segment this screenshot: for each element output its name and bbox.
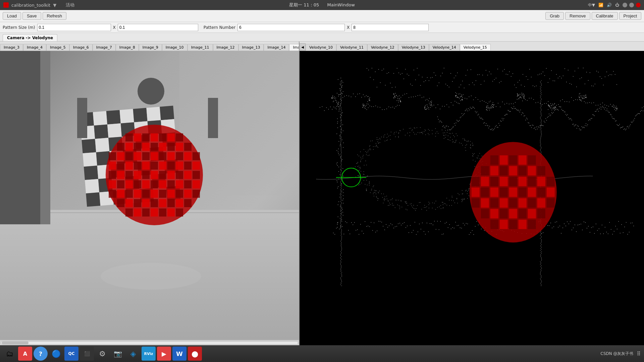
tab-image4[interactable]: Image_4 bbox=[23, 44, 46, 51]
store-icon[interactable]: A bbox=[18, 347, 32, 361]
camera-velodyne-tab[interactable]: Camera -> Velodyne bbox=[3, 34, 57, 41]
tab-image12[interactable]: Image_12 bbox=[213, 44, 238, 51]
main-content: Image_3 Image_4 Image_5 Image_6 Image_7 … bbox=[0, 42, 644, 345]
tab-image8[interactable]: Image_8 bbox=[116, 44, 139, 51]
pattern-size-input2[interactable] bbox=[118, 24, 198, 31]
grid-icon[interactable]: ⠿ bbox=[637, 351, 641, 357]
qc-icon[interactable]: QC bbox=[64, 347, 78, 361]
dropdown-indicator: ▼ bbox=[53, 3, 56, 8]
minimize-button[interactable] bbox=[623, 3, 627, 7]
window-controls bbox=[623, 3, 641, 7]
lidar-view bbox=[300, 51, 644, 345]
lidar-panel: ◀ Velodyne_10 Velodyne_11 Velodyne_12 Ve… bbox=[300, 42, 644, 345]
app-title: calibration_toolkit bbox=[11, 3, 50, 8]
velodyne-tabs-scroll-left[interactable]: ◀ bbox=[300, 43, 306, 51]
maximize-button[interactable] bbox=[629, 3, 634, 7]
vscode-icon[interactable]: ◈ bbox=[126, 347, 140, 361]
tab-image9[interactable]: Image_9 bbox=[139, 44, 162, 51]
tab-image10[interactable]: Image_10 bbox=[162, 44, 187, 51]
tab-velodyne12[interactable]: Velodyne_12 bbox=[367, 44, 398, 51]
arrow-app-icon[interactable]: ▶ bbox=[157, 347, 171, 361]
close-button[interactable] bbox=[636, 3, 641, 7]
camera-view bbox=[0, 51, 299, 340]
titlebar-left: calibration_toolkit ▼ 活动 bbox=[3, 2, 74, 8]
tab-velodyne11[interactable]: Velodyne_11 bbox=[336, 44, 367, 51]
taskbar-right: CSDN @灰灰子书 ⠿ bbox=[600, 351, 641, 357]
input-method[interactable]: 中▼ bbox=[588, 2, 595, 8]
power-icon: ⏻ bbox=[615, 3, 619, 7]
settings-icon[interactable]: ⚙ bbox=[95, 347, 109, 361]
tab-velodyne14[interactable]: Velodyne_14 bbox=[429, 44, 460, 51]
remove-button[interactable]: Remove bbox=[565, 12, 590, 20]
datetime: 星期一 11：05 bbox=[289, 2, 319, 7]
tab-image15[interactable]: Image_15 bbox=[289, 44, 299, 51]
camera-canvas bbox=[0, 51, 299, 340]
pattern-number-input2[interactable] bbox=[352, 24, 429, 31]
tab-velodyne15[interactable]: Velodyne_15 bbox=[460, 44, 491, 51]
params-row: Pattern Size (m) X Pattern Number X bbox=[0, 22, 644, 33]
camera-app-icon[interactable]: 📷 bbox=[111, 347, 125, 361]
pattern-size-x: X bbox=[113, 25, 116, 30]
help-icon[interactable]: ? bbox=[34, 347, 48, 361]
custom-red-icon[interactable]: ⬤ bbox=[188, 347, 202, 361]
volume-icon: 🔊 bbox=[607, 3, 612, 7]
tab-image13[interactable]: Image_13 bbox=[238, 44, 264, 51]
velodyne-tabs: ◀ Velodyne_10 Velodyne_11 Velodyne_12 Ve… bbox=[300, 42, 644, 51]
titlebar-right: 中▼ 📶 🔊 ⏻ bbox=[588, 2, 641, 8]
rviz-icon[interactable]: RViz bbox=[142, 347, 156, 361]
hscroll-thumb[interactable] bbox=[2, 342, 29, 344]
tab-image3[interactable]: Image_3 bbox=[0, 44, 23, 51]
pattern-number-label: Pattern Number bbox=[204, 25, 235, 30]
tab-image14[interactable]: Image_14 bbox=[264, 44, 289, 51]
save-button[interactable]: Save bbox=[22, 12, 41, 20]
image-tabs: Image_3 Image_4 Image_5 Image_6 Image_7 … bbox=[0, 42, 299, 51]
taskbar: 🗂 A ? 🔵 QC ⬛ ⚙ 📷 ◈ RViz ▶ W ⬤ CSDN @灰灰子书… bbox=[0, 345, 644, 362]
csdn-label: CSDN @灰灰子书 bbox=[600, 351, 633, 357]
source-tab-bar: Camera -> Velodyne bbox=[0, 33, 644, 42]
wps-icon[interactable]: W bbox=[172, 347, 186, 361]
tab-velodyne10[interactable]: Velodyne_10 bbox=[306, 44, 336, 51]
chrome-icon[interactable]: 🔵 bbox=[49, 347, 63, 361]
right-toolbar-group: Grab Remove Calibrate Project bbox=[545, 12, 644, 20]
tab-image6[interactable]: Image_6 bbox=[69, 44, 93, 51]
app-icon bbox=[3, 2, 9, 8]
pattern-size-input1[interactable] bbox=[37, 24, 111, 31]
camera-hscroll[interactable] bbox=[0, 340, 299, 345]
tab-image11[interactable]: Image_11 bbox=[187, 44, 213, 51]
tab-image5[interactable]: Image_5 bbox=[46, 44, 69, 51]
pattern-number-input1[interactable] bbox=[237, 24, 345, 31]
titlebar-center: 星期一 11：05 MainWindow bbox=[289, 2, 355, 8]
activities-label: 活动 bbox=[66, 2, 74, 8]
project-button[interactable]: Project bbox=[619, 12, 641, 20]
calibrate-button[interactable]: Calibrate bbox=[592, 12, 618, 20]
pattern-number-x: X bbox=[347, 25, 350, 30]
terminal-icon[interactable]: ⬛ bbox=[80, 347, 94, 361]
lidar-canvas bbox=[300, 51, 644, 345]
camera-panel: Image_3 Image_4 Image_5 Image_6 Image_7 … bbox=[0, 42, 300, 345]
hscroll-track[interactable] bbox=[1, 341, 298, 345]
app-toolbar: Load Save Refresh Grab Remove Calibrate … bbox=[0, 10, 644, 22]
files-icon[interactable]: 🗂 bbox=[3, 347, 17, 361]
grab-button[interactable]: Grab bbox=[545, 12, 564, 20]
refresh-button[interactable]: Refresh bbox=[43, 12, 67, 20]
pattern-size-label: Pattern Size (m) bbox=[3, 25, 35, 30]
titlebar: calibration_toolkit ▼ 活动 星期一 11：05 MainW… bbox=[0, 0, 644, 10]
load-button[interactable]: Load bbox=[3, 12, 21, 20]
tab-velodyne13[interactable]: Velodyne_13 bbox=[398, 44, 429, 51]
tab-image7[interactable]: Image_7 bbox=[93, 44, 116, 51]
network-icon: 📶 bbox=[598, 3, 603, 7]
window-title: MainWindow bbox=[327, 2, 355, 7]
